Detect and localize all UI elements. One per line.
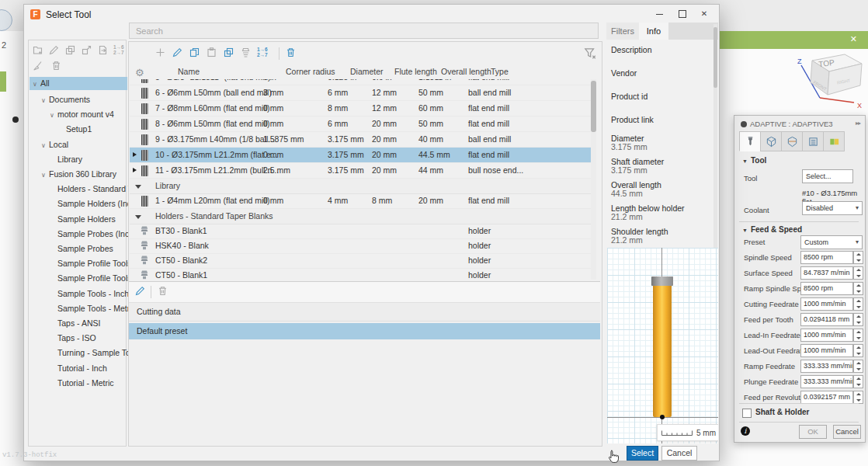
table-scrollbar[interactable] [591,79,596,280]
feed-input-spindle-speed[interactable]: 8500 rpm [800,251,853,264]
cutting-preset-row[interactable]: Default preset [129,323,600,339]
tree-item-taps-iso[interactable]: Taps - ISO [30,332,144,345]
column-header-flute-length[interactable]: Flute length [394,67,437,76]
export-icon[interactable] [97,44,111,58]
duplicate-icon[interactable] [64,44,78,58]
tree-item-holders-standard-taper-blan[interactable]: Holders - Standard Taper Blan [30,183,144,196]
tool-section-header[interactable]: ▼Tool [742,156,766,165]
table-row-11-3-175mm-l21-2mm-bull-n[interactable]: 11 - Ø3.175mm L21.2mm (bull n...2.5 mm3.… [130,163,595,179]
feed-input-lead-in-feedrate[interactable]: 1000 mm/min [800,329,853,342]
tree-expand-icon[interactable]: ∨ [33,78,40,90]
column-header-type[interactable]: Type [491,67,509,76]
ok-button[interactable]: OK [799,425,827,439]
tree-item-sample-tools-inch[interactable]: Sample Tools - Inch [30,287,144,301]
delete-icon[interactable] [50,60,64,74]
toast-close-icon[interactable]: ✕ [850,34,857,44]
table-group-holders-standard-taper-blanks[interactable]: Holders - Standard Taper Blanks [130,209,595,224]
table-scrollbar-thumb[interactable] [591,81,596,132]
tool-preview-canvas[interactable]: 5 mm [607,248,718,443]
tree-item-fusion-360-library[interactable]: ∨Fusion 360 Library [30,168,136,181]
tree-item-sample-profile-tools-metric[interactable]: Sample Profile Tools (Metric) [30,272,144,285]
tree-item-motor-mount-v4[interactable]: ∨motor mount v4 [30,108,144,121]
group-collapse-icon[interactable] [135,185,141,189]
column-header-overall-length[interactable]: Overall length [441,67,491,76]
adaptive-tab-linking[interactable] [823,131,845,151]
table-duplicate-icon[interactable] [223,47,237,61]
table-row-ct50-blank1[interactable]: CT50 - Blank1holder [130,268,595,280]
table-paste-icon[interactable] [206,47,220,61]
table-row-7-8mm-l60mm-flat-end-mill[interactable]: 7 - Ø8mm L60mm (flat end mill)0 mm8 mm12… [130,101,595,116]
feed-speed-section-header[interactable]: ▼Feed & Speed [742,225,802,234]
gear-icon[interactable]: ⚙ [135,67,144,78]
adaptive-tab-tool[interactable] [739,131,761,151]
column-header-name[interactable]: Name [178,67,200,76]
info-icon[interactable]: i [741,426,750,436]
feed-spinner-ramp-spindle-speed[interactable] [853,282,863,295]
feed-input-feed-per-revolution[interactable]: 0.0392157 mm [800,391,853,404]
feed-spinner-plunge-feedrate[interactable] [853,375,863,388]
feed-spinner-feed-per-revolution[interactable] [853,391,863,404]
tree-item-documents[interactable]: ∨Documents [30,93,136,106]
coolant-dropdown[interactable]: Disabled▾ [802,201,863,215]
tree-item-sample-tools-metric[interactable]: Sample Tools - Metric [30,302,144,315]
table-delete-icon[interactable] [285,47,299,61]
tree-expand-icon[interactable]: ∨ [41,94,49,106]
feed-input-surface-speed[interactable]: 84.7837 m/min [800,266,853,280]
table-row-10-3-175mm-l21-2mm-flat-e[interactable]: 10 - Ø3.175mm L21.2mm (flat e...0 mm3.17… [130,148,595,163]
feed-dropdown-preset[interactable]: Custom▾ [800,235,863,249]
adaptive-tab-geometry[interactable] [760,131,782,151]
tree-item-sample-holders-inch[interactable]: Sample Holders (Inch) [30,197,144,210]
feed-spinner-ramp-feedrate[interactable] [853,360,863,373]
row-expand-icon[interactable] [133,168,137,172]
feed-spinner-spindle-speed[interactable] [853,251,863,264]
tree-item-sample-probes[interactable]: Sample Probes [30,242,144,256]
tree-expand-icon[interactable]: ∨ [41,139,49,151]
minimize-button[interactable] [651,8,668,20]
feed-spinner-lead-out-feedrate[interactable] [853,344,863,357]
clear-filter-icon[interactable] [583,47,597,61]
tree-item-turning-sample-tools[interactable]: Turning - Sample Tools [30,346,144,360]
table-row-hsk40-blank[interactable]: HSK40 - Blankholder [130,238,595,254]
feed-input-lead-out-feedrate[interactable]: 1000 mm/min [800,344,853,357]
table-row-8-6mm-l50mm-flat-end-mill[interactable]: 8 - Ø6mm L50mm (flat end mill)0 mm6 mm20… [130,116,595,132]
viewcube[interactable]: TOP FRONT RIGHT Z X [790,48,868,109]
resize-icon[interactable] [81,44,95,58]
table-holder-icon[interactable] [240,47,254,61]
column-header-corner-radius[interactable]: Corner radius [286,67,335,76]
group-collapse-icon[interactable] [135,215,141,219]
table-row-ct50-blank2[interactable]: CT50 - Blank2holder [130,253,595,269]
shaft-holder-checkbox[interactable] [742,409,752,418]
tree-item-library[interactable]: Library [30,153,144,166]
table-group-library[interactable]: Library [130,179,595,194]
feed-input-feed-per-tooth[interactable]: 0.0294118 mm [800,313,853,326]
tree-item-sample-holders[interactable]: Sample Holders [30,213,144,226]
tree-item-local[interactable]: ∨Local [30,138,136,151]
table-edit-icon[interactable] [172,47,186,61]
tree-item-sample-profile-tools-inch[interactable]: Sample Profile Tools (Inch) [30,257,144,270]
tree-item-sample-probes-inch[interactable]: Sample Probes (Inch) [30,228,144,241]
info-scrollbar[interactable] [713,24,717,249]
tree-item-tutorial-metric[interactable]: Tutorial - Metric [30,377,144,390]
cutting-edit-icon[interactable] [134,285,148,299]
table-add-icon[interactable] [155,47,168,61]
feed-input-plunge-feedrate[interactable]: 333.333 mm/min [800,375,853,388]
table-row-1-4mm-l20mm-flat-end-mill[interactable]: 1 - Ø4mm L20mm (flat end mill)0 mm4 mm8 … [130,193,595,209]
renumber-icon[interactable]: 1→62→7 [113,44,127,58]
search-input[interactable] [130,25,610,38]
close-button[interactable]: ✕ [696,8,713,20]
feed-input-ramp-spindle-speed[interactable]: 8500 rpm [800,282,853,295]
feed-input-ramp-feedrate[interactable]: 333.333 mm/min [800,360,853,373]
adaptive-cancel-button[interactable]: Cancel [833,425,861,439]
tab-filters[interactable]: Filters [606,23,639,40]
adaptive-tab-passes[interactable] [802,131,824,151]
new-folder-icon[interactable] [32,44,46,58]
tree-expand-icon[interactable]: ∨ [50,109,57,121]
tree-item-all[interactable]: ∨All [30,77,127,90]
adaptive-tab-heights[interactable] [781,131,803,151]
row-expand-icon[interactable] [133,152,137,157]
maximize-button[interactable] [674,8,691,20]
table-row-6-6mm-l50mm-ball-end-mill[interactable]: 6 - Ø6mm L50mm (ball end mill)3 mm6 mm12… [130,85,595,101]
select-button[interactable]: Select [627,446,658,461]
tree-expand-icon[interactable]: ∨ [41,169,49,181]
column-header-diameter[interactable]: Diameter [350,67,384,76]
